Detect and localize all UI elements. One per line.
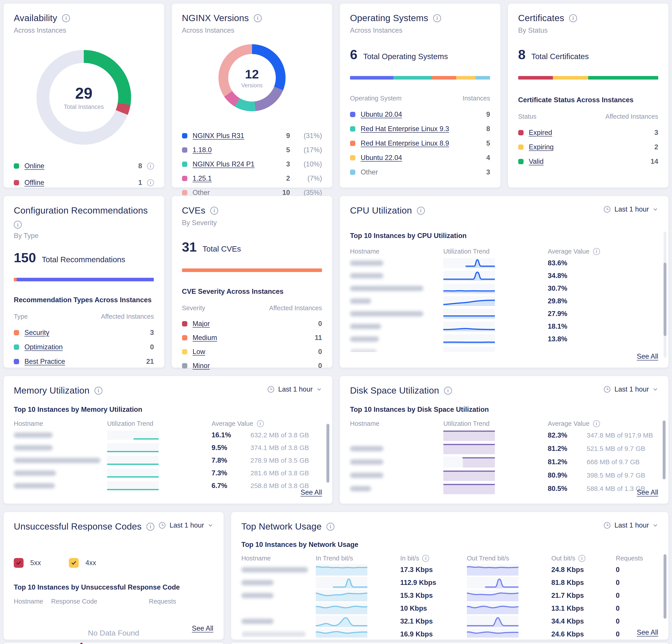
legend-count: 2 [286,175,290,182]
out-value: 34.4 Kbps [551,617,616,625]
hostname-redacted [241,567,308,572]
rec-link[interactable]: Best Practice [24,358,65,366]
hostname-redacted [350,486,371,491]
info-icon[interactable] [593,420,600,427]
time-range-dropdown[interactable]: Last 1 hour [603,205,658,213]
availability-card: Availability Across Instances 29 Total I… [3,3,165,188]
legend-link[interactable]: NGINX Plus R31 [193,132,244,140]
hostname-redacted [14,445,53,451]
table-row[interactable]: 112.9 Kbps 81.8 Kbps 0 [241,576,658,589]
time-range-dropdown[interactable]: Last 1 hour [267,385,322,393]
time-range-dropdown[interactable]: Last 1 hour [603,385,658,393]
info-icon[interactable] [14,220,22,229]
table-row[interactable]: 32.1 Kbps 34.4 Kbps 0 [241,615,658,628]
table-row[interactable]: 15.3 Kbps 21.7 Kbps 0 [241,589,658,602]
see-all-link[interactable]: See All [300,488,322,497]
table-row[interactable]: 83.6% [350,257,658,269]
rec-link[interactable]: Optimization [24,343,63,351]
table-row[interactable]: 29.8% [350,295,658,307]
info-icon[interactable] [578,555,585,562]
info-icon[interactable] [257,420,264,427]
table-row[interactable]: 17.3 Kbps 24.8 Kbps 0 [241,563,658,576]
info-icon[interactable] [210,207,218,215]
info-icon[interactable] [422,555,429,562]
os-link[interactable]: Red Hat Enterprise Linux 8.9 [361,139,449,147]
os-link[interactable]: Ubuntu 22.04 [361,154,402,162]
info-icon[interactable] [433,14,441,22]
info-icon[interactable] [593,248,600,255]
table-row[interactable]: 18.1% [350,320,658,333]
info-icon[interactable] [417,207,425,215]
legend-link[interactable]: 1.25.1 [193,175,212,182]
table-row[interactable]: 27.9% [350,307,658,320]
rec-link[interactable]: Security [24,329,49,337]
table-row[interactable]: 7.8% 278.9 MB of 3.5 GB [14,454,322,467]
legend-link-online[interactable]: Online [24,162,45,170]
hostname-redacted [350,336,379,342]
time-range-dropdown[interactable]: Last 1 hour [603,521,658,529]
card-subtitle: Across Instances [182,26,322,34]
info-icon[interactable] [147,163,154,169]
table-row[interactable]: 9.5% 374.1 MB of 3.8 GB [14,441,322,454]
info-icon[interactable] [569,14,577,22]
cve-link[interactable]: Low [193,348,205,356]
legend-link[interactable]: NGINX Plus R24 P1 [193,160,255,168]
table-row-partial[interactable] [350,345,658,352]
scrollbar-thumb[interactable] [326,424,329,483]
time-range-dropdown[interactable]: Last 1 hour [158,521,213,529]
info-icon[interactable] [94,387,103,395]
memory-utilization-card: Memory Utilization Last 1 hour Top 10 In… [3,375,333,504]
table-row[interactable]: 80.5% 588.4 MB of 1.3 GB [350,482,658,495]
cert-link[interactable]: Valid [529,157,544,166]
bar-segment [14,278,17,281]
info-icon[interactable] [254,14,262,22]
os-link[interactable]: Ubuntu 20.04 [361,110,402,118]
see-all-link[interactable]: See All [637,488,658,497]
table-row[interactable]: 80.9% 398.5 MB of 9.7 GB [350,469,658,482]
bar-segment [553,76,588,80]
see-all-link[interactable]: See All [637,629,658,636]
section-title: Top 10 Instances by Disk Space Utilizati… [350,406,658,414]
cve-severity-bar [182,269,322,272]
row-utilization: Memory Utilization Last 1 hour Top 10 In… [3,375,669,504]
table-row[interactable]: 10 Kbps 13.1 Kbps 0 [241,602,658,615]
table-row[interactable]: 6.7% 258.8 MB of 3.8 GB [14,479,322,492]
scrollbar-thumb[interactable] [663,263,667,336]
info-icon[interactable] [326,523,334,531]
info-icon[interactable] [62,14,70,22]
cve-link[interactable]: Minor [193,362,210,370]
availability-donut-chart[interactable]: 29 Total Instances [36,50,131,145]
table-row[interactable]: 16.1% 632.2 MB of 3.8 GB [14,429,322,441]
4xx-checkbox[interactable] [69,558,79,568]
recommendations-bar [14,278,154,281]
table-row[interactable]: 82.3% 347.8 MB of 917.9 MB [350,429,658,442]
info-icon[interactable] [146,523,154,531]
time-range-label: Last 1 hour [614,521,649,529]
info-icon[interactable] [444,387,452,395]
nginx-versions-donut-chart[interactable]: 12 Versions [218,44,286,111]
5xx-checkbox[interactable] [14,558,24,568]
table-row[interactable]: 81.2% 521.5 MB of 9.7 GB [350,442,658,455]
table-row[interactable]: 34.8% [350,269,658,282]
cve-link[interactable]: Medium [193,334,217,342]
table-row[interactable]: 13.8% [350,333,658,345]
see-all-link[interactable]: See All [637,353,658,360]
cert-link[interactable]: Expiring [529,143,554,151]
legend-pct: (31%) [295,132,322,140]
legend-link[interactable]: 1.18.0 [193,146,212,154]
column-header: Affected Instances [605,113,658,120]
legend-link-offline[interactable]: Offline [24,179,44,187]
table-row[interactable]: 7.3% 281.6 MB of 3.8 GB [14,467,322,479]
info-icon[interactable] [147,179,154,186]
see-all-link[interactable]: See All [192,624,213,632]
table-row[interactable]: 81.2% 668 MB of 9.7 GB [350,455,658,469]
cert-link[interactable]: Expired [529,129,552,137]
scrollbar-thumb[interactable] [663,420,665,479]
os-link[interactable]: Red Hat Enterprise Linux 9.3 [361,125,449,133]
cve-link[interactable]: Major [193,320,210,328]
hostname-redacted [241,593,274,598]
table-row[interactable]: 30.7% [350,282,658,295]
hostname-redacted [241,619,274,624]
table-row-partial[interactable]: 16.9 Kbps 24.6 Kbps 0 [241,628,658,637]
scrollbar-thumb[interactable] [663,554,667,619]
